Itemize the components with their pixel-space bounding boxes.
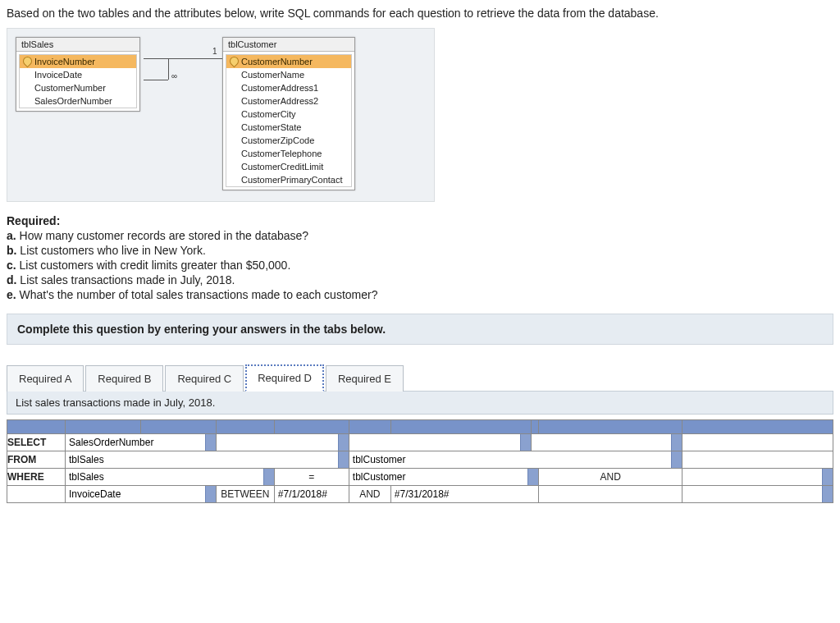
select-field-dropdown[interactable]	[216, 434, 349, 451]
select-field-input[interactable]	[532, 435, 682, 450]
where-right-dropdown[interactable]	[349, 469, 538, 486]
tabs-row: Required A Required B Required C Require…	[7, 364, 833, 392]
table-tblSales: tblSales InvoiceNumber InvoiceDate Custo…	[16, 37, 140, 112]
field: CustomerTelephone	[226, 147, 351, 160]
from-table-input[interactable]	[66, 452, 349, 467]
cond-date-end[interactable]	[390, 486, 538, 503]
select-field-input[interactable]	[66, 435, 216, 450]
cond-field-input[interactable]	[66, 487, 216, 502]
relationship-line	[144, 58, 222, 59]
cond-extra-input[interactable]	[682, 487, 833, 502]
tab-required-b[interactable]: Required B	[85, 365, 163, 392]
field: CustomerZipCode	[226, 134, 351, 147]
cond-field-dropdown[interactable]	[66, 486, 217, 503]
select-field-dropdown[interactable]	[532, 434, 682, 451]
field: CustomerPrimaryContact	[226, 173, 351, 186]
relationship-line	[168, 58, 169, 80]
grid-row-from: FROM	[7, 451, 833, 469]
empty-cell	[682, 434, 833, 451]
cond-extra-dropdown[interactable]	[682, 486, 833, 503]
grid-header-row	[7, 420, 833, 434]
grid-row-select: SELECT	[7, 434, 833, 451]
cardinality-one: 1	[212, 47, 217, 56]
cond-date-end-input[interactable]	[391, 487, 538, 502]
tab-required-e[interactable]: Required E	[326, 365, 404, 392]
required-item: d. List sales transactions made in July,…	[7, 273, 833, 287]
clause-label-where: WHERE	[7, 469, 66, 486]
table-tblCustomer: tblCustomer CustomerNumber CustomerName …	[222, 37, 355, 190]
instruction-bar: Complete this question by entering your …	[7, 314, 833, 345]
relationship-line	[144, 80, 168, 80]
select-field-input[interactable]	[349, 435, 531, 450]
required-item: b. List customers who live in New York.	[7, 243, 833, 258]
select-field-dropdown[interactable]	[66, 434, 217, 451]
empty-cell	[539, 486, 682, 503]
field-pk: InvoiceNumber	[20, 55, 136, 68]
required-item: c. List customers with credit limits gre…	[7, 258, 833, 273]
field-label: CustomerNumber	[241, 57, 313, 66]
from-table-dropdown[interactable]	[66, 451, 349, 469]
er-diagram: tblSales InvoiceNumber InvoiceDate Custo…	[7, 28, 435, 202]
clause-label-from: FROM	[7, 451, 66, 469]
field-label: InvoiceNumber	[34, 57, 95, 66]
tab-required-c[interactable]: Required C	[165, 365, 244, 392]
table-title: tblSales	[16, 38, 139, 52]
field: CustomerNumber	[20, 81, 136, 94]
cond-between-label: BETWEEN	[216, 486, 274, 503]
tab-required-a[interactable]: Required A	[7, 365, 84, 392]
where-and-label: AND	[539, 469, 682, 486]
required-heading: Required:	[7, 213, 833, 228]
required-item: a. a. How many customer records are stor…	[7, 228, 833, 243]
select-field-dropdown[interactable]	[349, 434, 531, 451]
where-operator: =	[274, 469, 349, 486]
key-icon	[21, 55, 34, 68]
field: CustomerName	[226, 68, 351, 81]
where-extra-input[interactable]	[682, 470, 833, 484]
where-left-input[interactable]	[66, 470, 274, 484]
cond-and-label: AND	[349, 486, 390, 503]
field: CustomerCity	[226, 108, 351, 121]
from-table-input[interactable]	[349, 452, 682, 467]
grid-row-condition: BETWEEN AND	[7, 486, 833, 503]
cardinality-many: ∞	[171, 71, 177, 80]
sql-builder-grid: SELECT FROM WHERE = AND BETWEEN AND	[7, 419, 833, 503]
field: CustomerAddress2	[226, 94, 351, 108]
clause-label-select: SELECT	[7, 434, 66, 451]
field: SalesOrderNumber	[20, 94, 136, 108]
empty-cell	[7, 486, 66, 503]
field: CustomerCreditLimit	[226, 160, 351, 173]
cond-date-start-input[interactable]	[275, 487, 349, 502]
where-extra-dropdown[interactable]	[682, 469, 833, 486]
empty-cell	[682, 451, 833, 469]
field: CustomerState	[226, 121, 351, 134]
required-block: Required: a. a. How many customer record…	[7, 213, 833, 302]
tab-prompt: List sales transactions made in July, 20…	[7, 391, 833, 415]
key-icon	[228, 55, 241, 68]
from-table-dropdown[interactable]	[349, 451, 682, 469]
field: InvoiceDate	[20, 68, 136, 81]
where-right-input[interactable]	[349, 470, 538, 484]
field: CustomerAddress1	[226, 81, 351, 94]
table-title: tblCustomer	[223, 38, 354, 52]
select-field-input[interactable]	[217, 435, 349, 450]
tab-required-d[interactable]: Required D	[245, 364, 324, 392]
required-item: e. What's the number of total sales tran…	[7, 287, 833, 302]
field-pk: CustomerNumber	[226, 55, 351, 68]
question-text: Based on the two tables and the attribut…	[7, 7, 833, 20]
where-left-dropdown[interactable]	[66, 469, 275, 486]
grid-row-where: WHERE = AND	[7, 469, 833, 486]
cond-date-start[interactable]	[274, 486, 349, 503]
